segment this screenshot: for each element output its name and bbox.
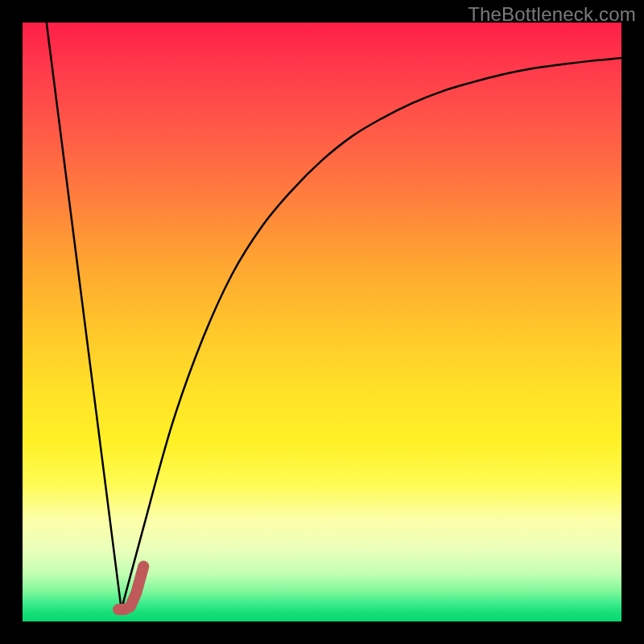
curve-svg bbox=[23, 23, 621, 621]
chart-frame: TheBottleneck.com bbox=[0, 0, 644, 644]
plot-area bbox=[23, 23, 621, 621]
right-rising-curve bbox=[122, 58, 621, 609]
left-descending-segment bbox=[47, 23, 122, 609]
